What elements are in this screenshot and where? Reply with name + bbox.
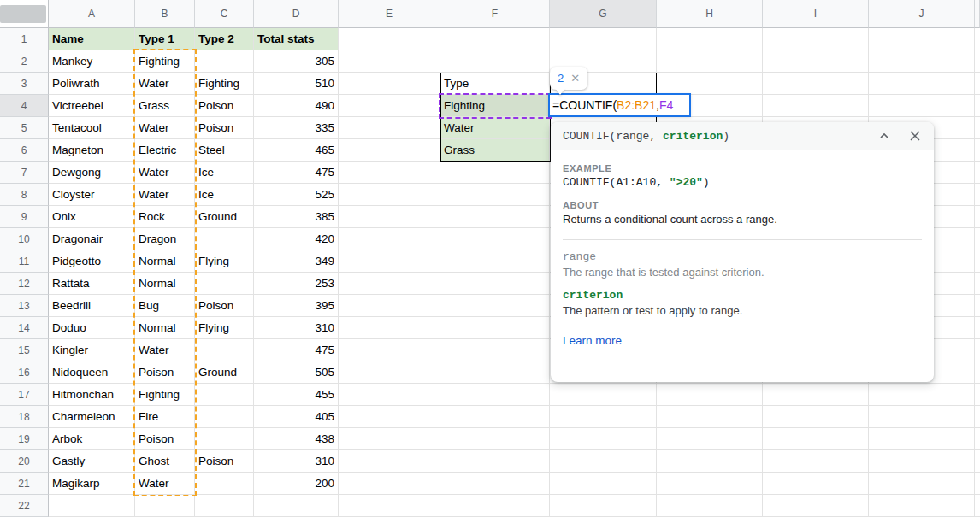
formula-helper-badge[interactable]: 2 ✕	[550, 67, 587, 90]
cell-B3[interactable]: Water	[135, 73, 195, 95]
close-icon[interactable]	[908, 129, 922, 143]
cell-I20[interactable]	[763, 450, 869, 473]
cell-B2[interactable]: Fighting	[135, 50, 195, 73]
cell-A14[interactable]: Doduo	[49, 317, 135, 339]
cell-F20[interactable]	[440, 450, 550, 473]
cell-B6[interactable]: Electric	[135, 139, 195, 162]
cell-H21[interactable]	[657, 473, 763, 495]
cell-J2[interactable]	[869, 50, 975, 73]
cell-A18[interactable]: Charmeleon	[49, 406, 135, 428]
cell-B12[interactable]: Normal	[135, 273, 195, 295]
row-header-18[interactable]: 18	[0, 406, 49, 428]
cell-E18[interactable]	[339, 406, 440, 428]
cell-A3[interactable]: Poliwrath	[49, 73, 135, 95]
cell-C21[interactable]	[195, 473, 254, 495]
cell-F3[interactable]: Type	[440, 73, 550, 95]
cell-F13[interactable]	[440, 295, 550, 317]
cell-D16[interactable]: 505	[254, 361, 339, 384]
cell-E8[interactable]	[339, 184, 440, 206]
cell-K8[interactable]	[975, 184, 980, 206]
column-header-F[interactable]: F	[440, 0, 550, 28]
cell-A10[interactable]: Dragonair	[49, 228, 135, 250]
cell-K10[interactable]	[975, 228, 980, 250]
cell-D6[interactable]: 465	[254, 139, 339, 162]
cell-K20[interactable]	[975, 450, 980, 473]
cell-B22[interactable]	[135, 495, 195, 517]
column-header-sliver[interactable]	[975, 0, 980, 28]
cell-F21[interactable]	[440, 473, 550, 495]
cell-C1[interactable]: Type 2	[195, 28, 254, 50]
cell-E19[interactable]	[339, 428, 440, 450]
cell-D7[interactable]: 475	[254, 162, 339, 184]
row-header-1[interactable]: 1	[0, 28, 49, 50]
cell-J22[interactable]	[869, 495, 975, 517]
cell-E14[interactable]	[339, 317, 440, 339]
cell-G18[interactable]	[550, 406, 657, 428]
row-header-19[interactable]: 19	[0, 428, 49, 450]
cell-E9[interactable]	[339, 206, 440, 228]
row-header-8[interactable]: 8	[0, 184, 49, 206]
row-header-14[interactable]: 14	[0, 317, 49, 339]
cell-B5[interactable]: Water	[135, 117, 195, 139]
row-header-9[interactable]: 9	[0, 206, 49, 228]
cell-K9[interactable]	[975, 206, 980, 228]
cell-D19[interactable]: 438	[254, 428, 339, 450]
cell-D4[interactable]: 490	[254, 95, 339, 117]
learn-more-link[interactable]: Learn more	[563, 334, 622, 347]
cell-K18[interactable]	[975, 406, 980, 428]
cell-H17[interactable]	[657, 384, 763, 406]
cell-E1[interactable]	[339, 28, 440, 50]
cell-A4[interactable]: Victreebel	[49, 95, 135, 117]
cell-K13[interactable]	[975, 295, 980, 317]
row-header-6[interactable]: 6	[0, 139, 49, 162]
cell-E3[interactable]	[339, 73, 440, 95]
cell-B11[interactable]: Normal	[135, 250, 195, 273]
row-header-5[interactable]: 5	[0, 117, 49, 139]
cell-E4[interactable]	[339, 95, 440, 117]
cell-F8[interactable]	[440, 184, 550, 206]
cell-A9[interactable]: Onix	[49, 206, 135, 228]
column-header-D[interactable]: D	[254, 0, 339, 28]
cell-B1[interactable]: Type 1	[135, 28, 195, 50]
cell-F1[interactable]	[440, 28, 550, 50]
cell-J4[interactable]	[869, 95, 975, 117]
row-header-21[interactable]: 21	[0, 473, 49, 495]
cell-D10[interactable]: 420	[254, 228, 339, 250]
cell-D13[interactable]: 395	[254, 295, 339, 317]
cell-J1[interactable]	[869, 28, 975, 50]
collapse-chevron-up-icon[interactable]	[877, 129, 891, 143]
cell-D15[interactable]: 475	[254, 339, 339, 361]
cell-F18[interactable]	[440, 406, 550, 428]
cell-E2[interactable]	[339, 50, 440, 73]
cell-D8[interactable]: 525	[254, 184, 339, 206]
cell-C4[interactable]: Poison	[195, 95, 254, 117]
cell-D2[interactable]: 305	[254, 50, 339, 73]
cell-A7[interactable]: Dewgong	[49, 162, 135, 184]
cell-K1[interactable]	[975, 28, 980, 50]
cell-J18[interactable]	[869, 406, 975, 428]
cell-F5[interactable]: Water	[440, 117, 550, 139]
cell-B4[interactable]: Grass	[135, 95, 195, 117]
cell-G22[interactable]	[550, 495, 657, 517]
column-header-G[interactable]: G	[550, 0, 657, 28]
cell-C5[interactable]: Poison	[195, 117, 254, 139]
cell-A16[interactable]: Nidoqueen	[49, 361, 135, 384]
cell-E17[interactable]	[339, 384, 440, 406]
row-header-3[interactable]: 3	[0, 73, 49, 95]
cell-C15[interactable]	[195, 339, 254, 361]
cell-K19[interactable]	[975, 428, 980, 450]
cell-I4[interactable]	[763, 95, 869, 117]
badge-close-icon[interactable]: ✕	[570, 72, 580, 85]
row-header-20[interactable]: 20	[0, 450, 49, 473]
cell-E5[interactable]	[339, 117, 440, 139]
cell-F7[interactable]	[440, 162, 550, 184]
cell-A2[interactable]: Mankey	[49, 50, 135, 73]
cell-F4[interactable]: Fighting	[440, 95, 550, 117]
cell-C16[interactable]: Ground	[195, 361, 254, 384]
cell-B9[interactable]: Rock	[135, 206, 195, 228]
cell-I1[interactable]	[763, 28, 869, 50]
cell-C10[interactable]	[195, 228, 254, 250]
cell-A12[interactable]: Rattata	[49, 273, 135, 295]
cell-F12[interactable]	[440, 273, 550, 295]
cell-C14[interactable]: Flying	[195, 317, 254, 339]
